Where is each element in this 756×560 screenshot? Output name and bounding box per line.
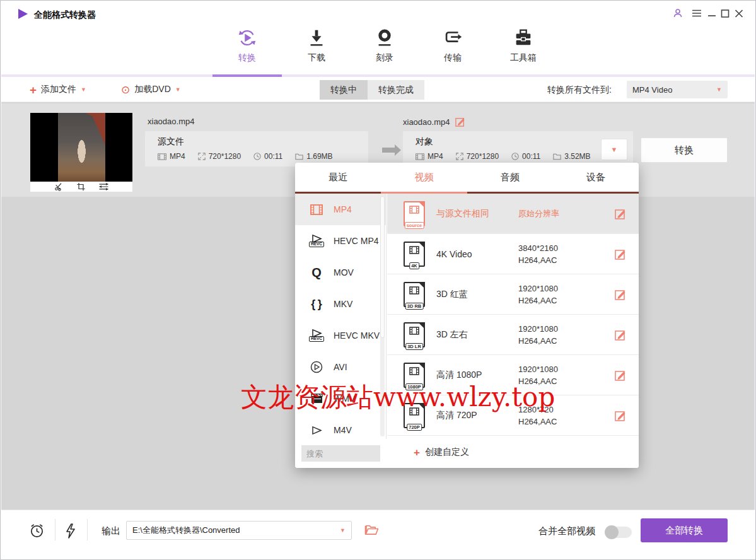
source-resolution: 720*1280: [209, 152, 241, 161]
add-file-button[interactable]: + 添加文件 ▼: [30, 77, 86, 102]
schedule-clock-icon[interactable]: [29, 523, 45, 541]
nav-tab-transfer[interactable]: 传输: [424, 27, 481, 64]
convert-all-button[interactable]: 全部转换: [641, 518, 728, 542]
format-label: HEVC MKV: [334, 330, 380, 341]
open-folder-icon[interactable]: [364, 523, 379, 538]
maximize-button[interactable]: [719, 8, 731, 19]
preset-doc-icon: 3D RB: [404, 282, 425, 307]
nav-tab-toolbox[interactable]: 工具箱: [495, 27, 552, 64]
popup-bottom-bar: + 创建自定义: [295, 439, 639, 468]
search-input[interactable]: [301, 445, 380, 462]
crop-icon[interactable]: [76, 182, 86, 191]
popup-tab-recent[interactable]: 最近: [295, 163, 381, 192]
toolbar: + 添加文件 ▼ ⊙ 加载DVD ▼ 转换中 转换完成 转换所有文件到: MP4…: [1, 77, 755, 102]
film-icon: [308, 204, 325, 215]
trim-scissors-icon[interactable]: [54, 182, 64, 191]
preset-detail: 3840*2160H264,AAC: [518, 242, 615, 266]
edit-preset-icon[interactable]: [615, 329, 626, 341]
edit-preset-icon[interactable]: [615, 410, 626, 421]
format-label: HEVC MP4: [334, 236, 379, 246]
preset-row-hd720[interactable]: 720P 高清 720P 1280*720H264,AAC: [387, 395, 639, 436]
app-logo-icon: [18, 9, 28, 19]
rename-edit-icon[interactable]: [455, 117, 465, 127]
format-item-mp4[interactable]: MP4: [295, 194, 386, 225]
edit-preset-icon[interactable]: [615, 370, 626, 381]
source-panel-title: 源文件: [158, 136, 184, 148]
close-button[interactable]: [733, 8, 745, 19]
edit-preset-icon[interactable]: [615, 289, 626, 300]
nav-tab-download-label: 下载: [288, 52, 345, 64]
target-resolution: 720*1280: [467, 152, 499, 161]
tab-finished[interactable]: 转换完成: [368, 80, 424, 100]
merge-videos-toggle[interactable]: [605, 527, 632, 538]
load-dvd-button[interactable]: ⊙ 加载DVD ▼: [121, 77, 181, 102]
preset-name: 4K Video: [425, 249, 518, 259]
burn-disc-icon: [374, 27, 395, 49]
target-size: 3.52MB: [564, 152, 590, 161]
format-item-hevc-mkv[interactable]: HEVC HEVC MKV: [295, 320, 386, 351]
source-size: 1.69MB: [306, 152, 332, 161]
format-item-mkv[interactable]: { } MKV: [295, 288, 386, 320]
format-label: WMV: [334, 394, 355, 404]
target-duration: 00:11: [522, 152, 540, 161]
nav-tab-burn[interactable]: 刻录: [356, 27, 413, 64]
preset-row-3d-lr[interactable]: 3D LR 3D 左右 1920*1080H264,AAC: [387, 315, 639, 355]
effects-sliders-icon[interactable]: [98, 182, 109, 191]
target-format-dropdown-button[interactable]: ▼: [601, 139, 627, 160]
format-list-scrollbar[interactable]: [380, 196, 385, 436]
output-label: 输出: [102, 525, 120, 537]
format-list: MP4 HEVC HEVC MP4 Q MOV { } MKV HEVC HEV…: [295, 194, 387, 439]
load-dvd-label: 加载DVD: [134, 84, 171, 95]
popup-tab-audio[interactable]: 音频: [467, 163, 553, 192]
high-speed-bolt-icon[interactable]: [64, 523, 77, 541]
preset-row-3d-rb[interactable]: 3D RB 3D 红蓝 1920*1080H264,AAC: [387, 274, 639, 315]
preset-row-source[interactable]: source 与源文件相同 原始分辨率: [387, 194, 639, 234]
format-label: M4V: [334, 425, 352, 435]
nav-tab-convert[interactable]: 转换: [219, 27, 276, 64]
download-icon: [306, 27, 327, 49]
file-size-folder-icon: [295, 153, 303, 160]
create-custom-button[interactable]: + 创建自定义: [414, 446, 469, 458]
play-circle-icon: [308, 361, 325, 373]
user-account-icon[interactable]: [672, 8, 683, 19]
output-path-input[interactable]: [132, 526, 340, 535]
tab-converting[interactable]: 转换中: [320, 80, 368, 100]
nav-tab-convert-label: 转换: [219, 52, 276, 64]
format-item-mov[interactable]: Q MOV: [295, 257, 386, 288]
transfer-icon: [442, 27, 463, 49]
hevc-play-icon: HEVC: [308, 329, 325, 342]
preset-name: 高清 1080P: [425, 370, 518, 381]
convert-all-to-label: 转换所有文件到:: [547, 85, 612, 96]
clapperboard-icon: [308, 394, 325, 404]
popup-tab-device[interactable]: 设备: [553, 163, 639, 192]
minimize-button[interactable]: [706, 8, 718, 19]
format-item-m4v[interactable]: M4V: [295, 414, 386, 439]
menu-icon[interactable]: [691, 8, 702, 19]
source-info-panel: 源文件 MP4 720*1280 00:11 1.69MB: [145, 131, 368, 166]
convert-button[interactable]: 转换: [641, 137, 728, 163]
format-item-avi[interactable]: AVI: [295, 351, 386, 383]
film-icon: [416, 153, 424, 160]
braces-icon: { }: [308, 298, 325, 310]
play-outline-icon: [308, 426, 325, 435]
video-thumbnail: [30, 113, 132, 182]
convert-direction-arrow: [382, 148, 395, 153]
nav-tab-transfer-label: 传输: [424, 52, 481, 64]
popup-tab-video[interactable]: 视频: [381, 163, 467, 192]
source-duration: 00:11: [264, 152, 282, 161]
edit-preset-icon[interactable]: [615, 208, 626, 219]
nav-tab-download[interactable]: 下载: [288, 27, 345, 64]
add-file-label: 添加文件: [41, 84, 76, 95]
format-item-wmv[interactable]: WMV: [295, 383, 386, 414]
preset-row-hd1080[interactable]: 1080P 高清 1080P 1920*1080H264,AAC: [387, 355, 639, 395]
preset-row-4k[interactable]: 4K 4K Video 3840*2160H264,AAC: [387, 234, 639, 274]
format-item-hevc-mp4[interactable]: HEVC HEVC MP4: [295, 225, 386, 257]
edit-preset-icon[interactable]: [615, 248, 626, 260]
output-format-select[interactable]: MP4 Video ▼: [627, 81, 728, 98]
output-path-select[interactable]: ▼: [126, 521, 352, 540]
film-icon: [158, 153, 166, 160]
queue-tabs: 转换中 转换完成: [320, 80, 424, 100]
toolbox-icon: [513, 27, 534, 49]
popup-tabline-active: [381, 192, 467, 194]
format-label: MP4: [334, 204, 352, 214]
